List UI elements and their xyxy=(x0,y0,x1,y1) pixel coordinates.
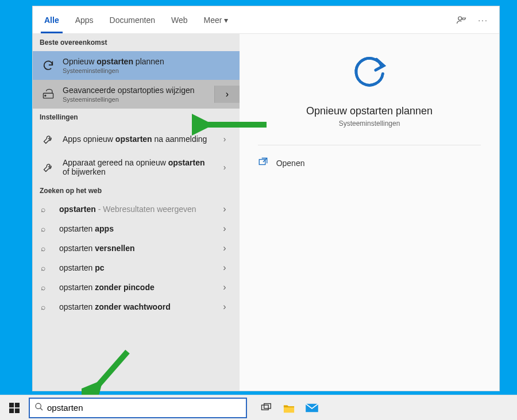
web-result[interactable]: ⌕ opstarten pc › xyxy=(33,258,240,278)
svg-line-11 xyxy=(40,408,43,410)
tab-more[interactable]: Meer ▾ xyxy=(196,6,237,33)
chevron-right-icon[interactable]: › xyxy=(218,134,232,144)
divider xyxy=(258,145,481,145)
svg-rect-13 xyxy=(264,403,271,408)
settings-header: Instellingen xyxy=(33,109,240,126)
web-result-title: opstarten zonder pincode xyxy=(59,283,211,292)
start-button[interactable] xyxy=(3,397,25,419)
svg-point-10 xyxy=(36,403,41,409)
web-result[interactable]: ⌕ opstarten zonder wachtwoord › xyxy=(33,297,240,317)
search-icon: ⌕ xyxy=(41,205,52,214)
svg-rect-6 xyxy=(9,403,14,407)
svg-point-2 xyxy=(45,95,46,97)
svg-rect-7 xyxy=(15,403,20,407)
task-view-button[interactable] xyxy=(258,400,273,415)
tab-all[interactable]: Alle xyxy=(36,6,67,33)
web-result-title: opstarten zonder wachtwoord xyxy=(59,302,211,311)
result-title: Apps opnieuw opstarten na aanmelding xyxy=(63,134,211,144)
chevron-right-icon[interactable]: › xyxy=(218,263,232,273)
results-column: Beste overeenkomst Opnieuw opstarten pla… xyxy=(33,34,240,391)
result-title: Geavanceerde opstartopties wijzigen xyxy=(63,86,207,95)
result-setting[interactable]: Apparaat gereed na opnieuw opstarten of … xyxy=(33,152,240,182)
tab-docs-label: Documenten xyxy=(110,16,155,25)
search-icon: ⌕ xyxy=(41,283,52,292)
chevron-right-icon[interactable]: › xyxy=(218,163,232,172)
chevron-right-icon[interactable]: › xyxy=(218,302,232,312)
chevron-right-icon[interactable]: › xyxy=(218,282,232,292)
file-explorer-button[interactable] xyxy=(281,400,296,415)
result-subtitle: Systeeminstellingen xyxy=(63,67,232,74)
mail-button[interactable] xyxy=(304,400,319,415)
web-result[interactable]: ⌕ opstarten zonder pincode › xyxy=(33,278,240,297)
svg-rect-12 xyxy=(262,405,269,410)
windows-icon xyxy=(9,403,20,413)
pinned-apps xyxy=(258,400,319,415)
chevron-right-icon: › xyxy=(226,89,229,99)
result-title: Opnieuw opstarten plannen xyxy=(63,57,232,66)
web-result-title: opstarten versnellen xyxy=(59,244,211,253)
more-options-icon[interactable]: ··· xyxy=(476,13,490,27)
restart-hero-icon xyxy=(347,48,392,95)
search-icon: ⌕ xyxy=(41,263,52,272)
filter-tabs: Alle Apps Documenten Web Meer ▾ ··· xyxy=(33,6,499,34)
wrench-icon xyxy=(41,132,56,147)
preview-title: Opnieuw opstarten plannen xyxy=(306,105,433,117)
web-result[interactable]: ⌕ opstarten apps › xyxy=(33,219,240,238)
search-icon: ⌕ xyxy=(41,244,52,253)
taskbar xyxy=(0,395,517,420)
tab-web-label: Web xyxy=(171,16,188,25)
tab-all-label: Alle xyxy=(44,16,59,25)
open-icon xyxy=(258,157,271,169)
chevron-right-icon[interactable]: › xyxy=(218,243,232,253)
svg-rect-8 xyxy=(9,408,14,413)
tab-documents[interactable]: Documenten xyxy=(102,6,163,33)
search-panel: Alle Apps Documenten Web Meer ▾ ··· Best… xyxy=(32,6,500,391)
search-icon xyxy=(34,402,44,414)
wrench-icon xyxy=(41,160,56,175)
result-setting[interactable]: Apps opnieuw opstarten na aanmelding › xyxy=(33,126,240,152)
web-result-title: opstarten pc xyxy=(59,263,211,272)
restart-icon xyxy=(41,58,56,73)
web-result[interactable]: ⌕ opstarten - Webresultaten weergeven › xyxy=(33,199,240,219)
svg-point-0 xyxy=(458,17,462,20)
web-header: Zoeken op het web xyxy=(33,182,240,199)
advanced-startup-icon xyxy=(41,87,56,102)
chevron-right-icon[interactable]: › xyxy=(218,204,232,214)
web-result[interactable]: ⌕ opstarten versnellen › xyxy=(33,238,240,258)
svg-rect-9 xyxy=(15,408,20,413)
expand-button[interactable]: › xyxy=(214,86,240,103)
taskbar-search[interactable] xyxy=(29,398,247,418)
open-label: Openen xyxy=(276,159,305,168)
best-match-header: Beste overeenkomst xyxy=(33,34,240,51)
chevron-right-icon[interactable]: › xyxy=(218,224,232,234)
tab-web[interactable]: Web xyxy=(163,6,196,33)
tab-apps[interactable]: Apps xyxy=(67,6,102,33)
feedback-icon[interactable] xyxy=(454,13,468,27)
web-result-title: opstarten apps xyxy=(59,224,211,233)
search-input[interactable] xyxy=(47,403,241,413)
open-action[interactable]: Openen xyxy=(258,152,481,174)
result-advanced-startup[interactable]: Geavanceerde opstartopties wijzigen Syst… xyxy=(33,80,240,109)
result-subtitle: Systeeminstellingen xyxy=(63,96,207,103)
web-result-title: opstarten - Webresultaten weergeven xyxy=(59,205,211,214)
tab-apps-label: Apps xyxy=(75,16,94,25)
search-icon: ⌕ xyxy=(41,224,52,233)
result-title: Apparaat gereed na opnieuw opstarten of … xyxy=(63,158,211,176)
preview-pane: Opnieuw opstarten plannen Systeeminstell… xyxy=(240,34,499,391)
preview-subtitle: Systeeminstellingen xyxy=(339,120,400,128)
tab-more-label: Meer xyxy=(204,16,222,25)
svg-rect-3 xyxy=(259,160,265,165)
result-best-match[interactable]: Opnieuw opstarten plannen Systeeminstell… xyxy=(33,51,240,80)
chevron-down-icon: ▾ xyxy=(224,16,228,25)
search-icon: ⌕ xyxy=(41,302,52,311)
